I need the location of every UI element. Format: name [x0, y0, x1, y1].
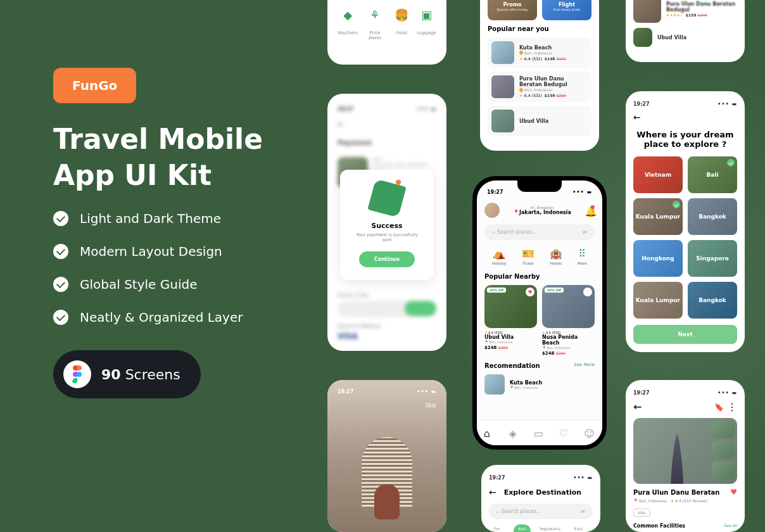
skip-button[interactable]: Skip: [426, 403, 436, 408]
search-icon: ⌕: [496, 509, 500, 514]
destination-card[interactable]: Kuala Lumpur: [633, 198, 683, 235]
feature-item: Neatly & Organized Layer: [53, 310, 307, 325]
avatar[interactable]: [484, 203, 500, 218]
place-image: [633, 0, 661, 23]
category-more[interactable]: ⠿More: [578, 248, 587, 265]
alert-icon: ⚘: [363, 5, 386, 24]
thumbs-up-icon: [367, 179, 406, 217]
place-image: [491, 110, 514, 132]
heart-icon[interactable]: ♡: [559, 428, 571, 439]
success-modal: Success Your payment is succesfully sent…: [340, 170, 434, 280]
svg-point-0: [77, 372, 82, 377]
hotel-icon: 🏨: [550, 248, 562, 260]
filter-icon[interactable]: ⇄: [581, 509, 585, 514]
continue-button[interactable]: Continue: [359, 251, 415, 267]
feature-item: Modern Layout Design: [53, 244, 307, 259]
signal-icon: ••• ▬: [417, 106, 436, 112]
promo-card[interactable]: PromoSpecial offers today: [488, 0, 537, 20]
place-card[interactable]: 20% Off♥ ★ 4.4 (532) Ubud Villa 📍 Bali, …: [484, 285, 537, 356]
destination-card[interactable]: Bangkok: [688, 282, 737, 319]
feature-item: Global Style Guide: [53, 277, 307, 292]
category-hotels[interactable]: 🏨Hotels: [550, 248, 562, 265]
place-card[interactable]: 20% Off♡ ★ 4.4 (532) Nusa Penida Beach 📍…: [542, 285, 595, 356]
voucher-icon: ◆: [338, 5, 358, 24]
check-icon: [53, 310, 68, 325]
question-title: Where is your dream place to explore ?: [633, 130, 737, 149]
bell-icon[interactable]: 🔔: [585, 205, 595, 215]
destination-card[interactable]: Singapore: [688, 240, 737, 277]
luggage-icon: ▣: [417, 5, 436, 24]
next-button[interactable]: Next: [633, 325, 737, 344]
signal-icon: ••• ▬: [572, 189, 592, 195]
heart-icon[interactable]: ♥: [526, 288, 534, 296]
destination-card[interactable]: Hongkong: [633, 240, 683, 277]
pin-icon: [519, 87, 524, 92]
check-icon: [53, 244, 68, 259]
chip[interactable]: For You: [489, 524, 510, 532]
search-input[interactable]: ⌕ Search places... ⇄: [484, 224, 595, 240]
mock-explore: 19:27••• ▬ ←Explore Destination ⌕ Search…: [481, 465, 600, 532]
compass-icon[interactable]: ◈: [509, 428, 520, 439]
search-icon: ⌕: [492, 229, 495, 235]
destination-card[interactable]: Bali: [688, 156, 737, 193]
detail-image: [633, 418, 737, 484]
place-image: [491, 75, 514, 98]
mock-payment: 19:27••• ▬ ← Payment VillaPura Ulun Danu…: [327, 94, 446, 351]
place-image: [484, 374, 505, 395]
list-item[interactable]: Ubud Villa: [488, 106, 591, 136]
list-item[interactable]: Pura Ulun Danu Beratan Bedugul Bali, Ind…: [488, 72, 591, 102]
chip[interactable]: Yogyakarta: [534, 524, 566, 532]
list-item[interactable]: Ubud Villa: [633, 28, 737, 47]
check-icon: [673, 201, 680, 208]
figma-icon: [63, 360, 91, 388]
profile-icon[interactable]: ☺: [584, 428, 595, 439]
category-holiday[interactable]: ⛺Holiday: [492, 248, 507, 265]
more-icon: ⠿: [578, 248, 587, 260]
back-icon[interactable]: ←: [489, 487, 496, 497]
list-item[interactable]: Pura Ulun Danu Beratan Bedugul ★★★★☆ $15…: [633, 0, 737, 23]
screens-badge: 90 Screens: [53, 350, 201, 398]
bottom-nav: ⌂ ◈ ▭ ♡ ☺: [477, 420, 602, 445]
home-icon[interactable]: ⌂: [484, 428, 495, 439]
destination-card[interactable]: Kuala Lumpur: [633, 282, 683, 319]
product-title: Travel Mobile App UI Kit: [53, 121, 307, 193]
place-image: [633, 28, 652, 47]
mock-categories: VillaApartmentCar RentalTicket ◆⚘🍔▣ Vouc…: [327, 0, 446, 65]
check-icon: [53, 277, 68, 292]
pin-icon: 📍: [513, 210, 519, 215]
signal-icon: ••• ▬: [573, 475, 593, 481]
signal-icon: ••• ▬: [718, 101, 737, 107]
search-input[interactable]: ⌕ Search places...⇄: [489, 504, 593, 519]
bookmark-icon[interactable]: 🔖: [714, 403, 724, 412]
flight-card[interactable]: FlightFind cheap ticket: [542, 0, 591, 20]
list-item[interactable]: Kuta Beach Bali, Indonesia ★ 4.4 (532) $…: [488, 37, 591, 68]
signal-icon: ••• ▬: [718, 390, 737, 396]
destination-card[interactable]: Vietnam: [633, 156, 683, 193]
section-title: Popular near you: [488, 25, 591, 32]
ticket-icon: 🎫: [522, 248, 534, 260]
mock-detail: 19:27••• ▬ ←🔖 ⋮ Pura Ulun Danu Beratan♥ …: [626, 380, 745, 532]
category-ticket[interactable]: 🎫Ticket: [522, 248, 534, 265]
check-icon: [53, 211, 68, 226]
chip[interactable]: East Java: [569, 524, 593, 532]
mock-popular: PromoSpecial offers today FlightFind che…: [480, 0, 599, 151]
see-all-link[interactable]: See All: [724, 523, 737, 529]
mock-list: Pura Ulun Danu Beratan Bedugul ★★★★☆ $15…: [626, 0, 745, 62]
product-badge: FunGo: [53, 68, 136, 103]
chip[interactable]: Bali: [514, 524, 531, 532]
back-icon[interactable]: ←: [633, 112, 737, 122]
destination-card[interactable]: Bangkok: [688, 198, 737, 235]
heart-icon[interactable]: ♡: [583, 288, 592, 296]
back-icon[interactable]: ←: [633, 401, 642, 413]
more-icon[interactable]: ⋮: [727, 401, 737, 413]
feature-item: Light and Dark Theme: [53, 211, 307, 226]
filter-icon[interactable]: ⇄: [583, 229, 587, 235]
mock-destinations: 19:27••• ▬ ← Where is your dream place t…: [626, 91, 745, 352]
tag-badge: Villa: [633, 509, 650, 517]
list-item[interactable]: Kuta Beach📍 Bali, Indonesia: [484, 374, 595, 395]
pin-icon: [519, 50, 524, 55]
heart-icon[interactable]: ♥: [730, 488, 737, 497]
place-image: [491, 41, 514, 64]
see-more-link[interactable]: See More: [574, 362, 595, 369]
ticket-icon[interactable]: ▭: [534, 428, 545, 439]
